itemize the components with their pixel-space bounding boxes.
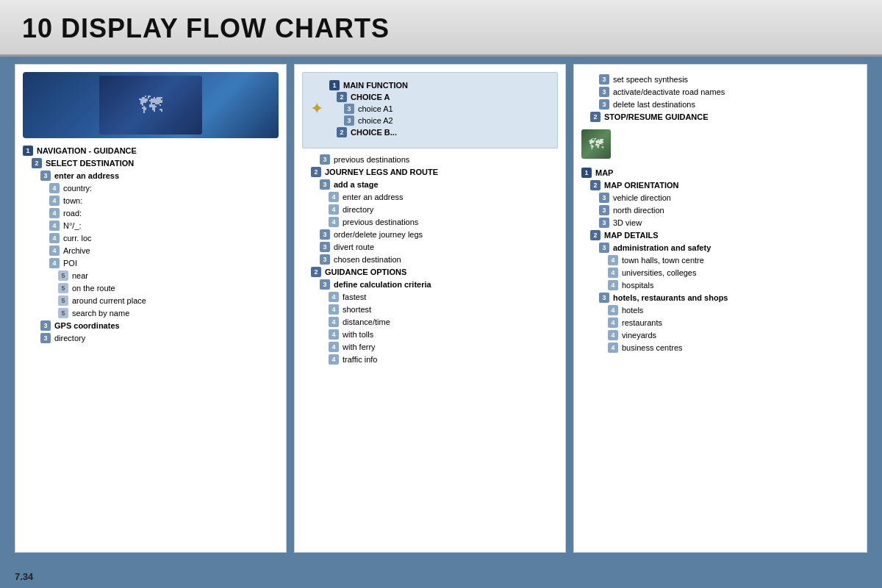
item-label: town: — [63, 196, 82, 205]
list-item: 2GUIDANCE OPTIONS — [302, 267, 558, 277]
list-item: 4enter an address — [302, 192, 558, 202]
feature-label: CHOICE B... — [351, 128, 397, 137]
item-label: on the route — [72, 284, 115, 293]
badge-level-3: 3 — [599, 293, 609, 303]
item-label: delete last destinations — [613, 100, 695, 109]
feature-badge-3: 3 — [344, 104, 354, 114]
badge-level-2: 2 — [590, 230, 600, 240]
item-label: SELECT DESTINATION — [46, 159, 134, 168]
list-item: 2JOURNEY LEGS AND ROUTE — [302, 167, 558, 177]
badge-level-4: 4 — [608, 343, 618, 353]
feature-label: CHOICE A — [351, 93, 390, 101]
badge-level-3: 3 — [40, 333, 51, 343]
item-label: with ferry — [343, 343, 376, 351]
list-item: 3add a stage — [302, 179, 558, 190]
item-label: near — [72, 271, 88, 280]
item-label: 3D view — [613, 218, 642, 227]
item-label: divert route — [334, 243, 374, 251]
list-item: 5search by name — [23, 308, 279, 318]
badge-level-4: 4 — [49, 220, 60, 231]
badge-level-3: 3 — [599, 243, 609, 253]
list-item: 4fastest — [302, 292, 558, 302]
badge-level-1: 1 — [581, 168, 592, 178]
badge-level-3: 3 — [599, 74, 609, 85]
item-label: define calculation criteria — [334, 280, 431, 289]
list-item: 4distance/time — [302, 317, 558, 327]
feature-label: choice A1 — [358, 104, 393, 113]
item-label: country: — [63, 184, 92, 193]
item-label: business centres — [622, 343, 683, 352]
list-item: 4curr. loc — [23, 233, 279, 243]
item-label: JOURNEY LEGS AND ROUTE — [325, 168, 438, 176]
page-header: 10 DISPLAY FLOW CHARTS — [0, 0, 882, 57]
badge-level-4: 4 — [329, 204, 339, 215]
badge-level-5: 5 — [58, 295, 68, 306]
badge-level-3: 3 — [320, 179, 330, 190]
list-item: 3order/delete journey legs — [302, 229, 558, 240]
feature-item: 1MAIN FUNCTION — [329, 80, 408, 90]
list-item: 4directory — [302, 204, 558, 215]
badge-level-4: 4 — [49, 196, 60, 206]
badge-level-2: 2 — [311, 167, 321, 177]
list-item: 5near — [23, 270, 279, 281]
middle-nav-list: 3previous destinations2JOURNEY LEGS AND … — [302, 154, 558, 365]
list-item: 3set speech synthesis — [581, 74, 859, 85]
badge-level-2: 2 — [32, 158, 42, 168]
badge-level-4: 4 — [608, 255, 618, 265]
badge-level-4: 4 — [329, 192, 339, 202]
badge-level-5: 5 — [58, 283, 68, 293]
badge-level-4: 4 — [329, 217, 339, 227]
feature-badge-2: 2 — [337, 92, 347, 102]
badge-level-3: 3 — [320, 242, 330, 252]
badge-level-4: 4 — [329, 342, 339, 352]
list-item: 4hotels — [581, 305, 859, 315]
list-item: 2MAP DETAILS — [581, 230, 859, 240]
list-item: 4previous destinations — [302, 217, 558, 227]
list-item: 4universities, colleges — [581, 268, 859, 278]
badge-level-3: 3 — [599, 99, 609, 110]
list-item: 1MAP — [581, 168, 859, 178]
badge-level-3: 3 — [320, 254, 330, 265]
list-item: 4traffic info — [302, 354, 558, 365]
item-label: chosen destination — [334, 255, 401, 264]
item-label: hotels, restaurants and shops — [613, 293, 728, 302]
item-label: search by name — [72, 309, 129, 318]
list-item: 4town: — [23, 196, 279, 206]
badge-level-2: 2 — [590, 112, 600, 122]
item-label: fastest — [343, 293, 366, 301]
item-label: enter an address — [54, 171, 119, 180]
item-label: curr. loc — [63, 234, 92, 243]
item-label: MAP — [595, 168, 613, 177]
item-label: directory — [343, 205, 373, 214]
item-label: administration and safety — [613, 243, 711, 252]
badge-level-4: 4 — [329, 292, 339, 302]
item-label: vehicle direction — [613, 193, 671, 202]
item-label: town halls, town centre — [622, 256, 704, 265]
item-label: GUIDANCE OPTIONS — [325, 268, 406, 276]
map-preview-image: 🗺 — [23, 72, 279, 138]
item-label: hospitals — [622, 281, 653, 290]
badge-level-4: 4 — [329, 304, 339, 315]
list-item: 4country: — [23, 183, 279, 193]
list-item: 2MAP ORIENTATION — [581, 180, 859, 190]
page-title: 10 DISPLAY FLOW CHARTS — [22, 13, 860, 44]
badge-level-4: 4 — [49, 258, 60, 268]
main-content: 🗺 1NAVIGATION - GUIDANCE2SELECT DESTINAT… — [0, 57, 882, 560]
item-label: traffic info — [343, 355, 378, 364]
list-item: 3vehicle direction — [581, 193, 859, 203]
list-item: 3define calculation criteria — [302, 279, 558, 290]
feature-item: 2CHOICE A — [329, 92, 408, 102]
list-item: 3hotels, restaurants and shops — [581, 293, 859, 303]
item-label: set speech synthesis — [613, 75, 688, 84]
item-label: enter an address — [343, 193, 404, 201]
badge-level-2: 2 — [311, 267, 321, 277]
list-item: 5on the route — [23, 283, 279, 293]
feature-item: 3choice A2 — [329, 115, 408, 126]
badge-level-4: 4 — [608, 305, 618, 315]
list-item: 4hospitals — [581, 280, 859, 290]
feature-items: 1MAIN FUNCTION2CHOICE A3choice A13choice… — [329, 79, 408, 139]
feature-label: MAIN FUNCTION — [343, 81, 408, 90]
list-item: 3delete last destinations — [581, 99, 859, 110]
list-item: 3GPS coordinates — [23, 320, 279, 331]
list-item: 4restaurants — [581, 318, 859, 328]
